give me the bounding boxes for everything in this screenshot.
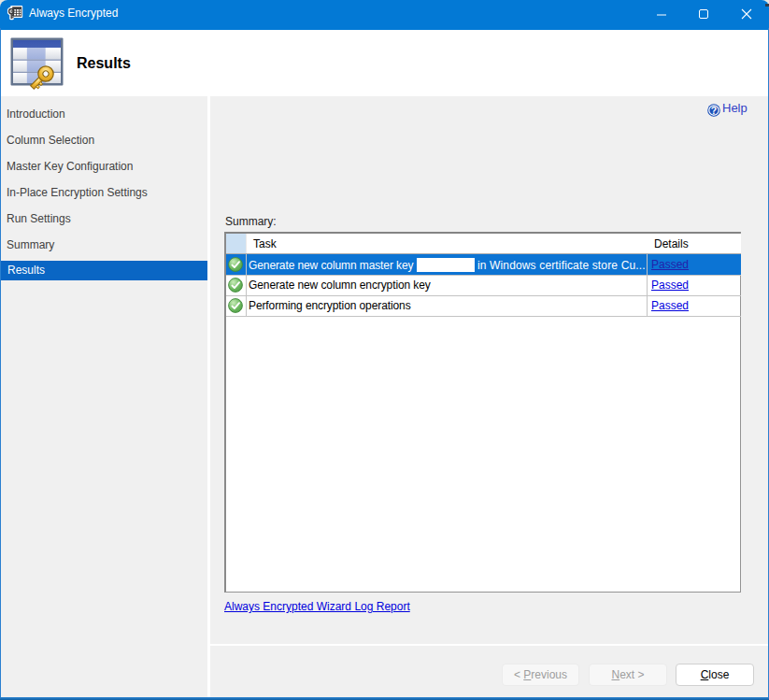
svg-text:?: ? <box>711 105 717 116</box>
